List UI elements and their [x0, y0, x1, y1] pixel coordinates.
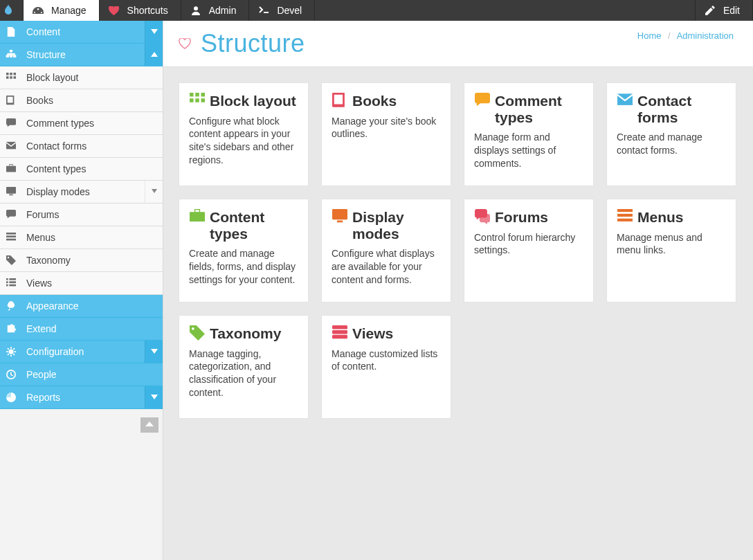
card-title: Block layout	[210, 93, 296, 109]
sidebar-subitem-block layout[interactable]: Block layout	[0, 66, 163, 89]
book-icon	[332, 93, 352, 108]
card-menus[interactable]: Menus Manage menus and menu links.	[606, 199, 736, 302]
toolbar-manage[interactable]: Manage	[24, 0, 100, 21]
card-forums[interactable]: Forums Control forum hierarchy settings.	[464, 199, 594, 302]
card-title: Forums	[495, 209, 548, 226]
comment-icon	[6, 210, 21, 219]
grid-icon	[189, 93, 210, 108]
heart-icon	[108, 6, 120, 15]
page-title: Structure	[201, 29, 305, 58]
display-icon	[332, 209, 352, 224]
sidebar-item-label: Contact forms	[26, 141, 87, 152]
bars-icon	[6, 233, 21, 242]
toolbar-shortcuts-label: Shortcuts	[127, 5, 168, 16]
card-content types[interactable]: Content types Create and manage fields, …	[179, 199, 309, 302]
admin-sidebar: Content Structure Block layout Books Com…	[0, 21, 163, 560]
card-description: Create and manage contact forms.	[617, 131, 726, 157]
sidebar-subitem-display modes[interactable]: Display modes	[0, 181, 163, 204]
sidebar-subitem-views[interactable]: Views	[0, 272, 163, 295]
toolbar-manage-label: Manage	[51, 5, 87, 16]
admin-toolbar: Manage Shortcuts Admin Devel Edit	[0, 0, 753, 21]
expand-toggle[interactable]	[145, 21, 163, 43]
card-description: Manage customized lists of content.	[332, 347, 441, 374]
book-icon	[6, 96, 21, 105]
sidebar-subitem-comment types[interactable]: Comment types	[0, 112, 163, 135]
card-taxonomy[interactable]: Taxonomy Manage tagging, categorization,…	[179, 315, 309, 419]
toolbar-edit[interactable]: Edit	[695, 0, 753, 21]
sidebar-item-appearance[interactable]: Appearance	[0, 295, 163, 318]
card-title: Content types	[210, 209, 298, 242]
card-title: Display modes	[352, 209, 441, 242]
sidebar-item-label: Content	[26, 26, 60, 37]
favorite-icon[interactable]	[179, 38, 191, 49]
user-icon	[190, 6, 202, 15]
scroll-to-top-button[interactable]	[140, 417, 158, 433]
sidebar-item-structure[interactable]: Structure	[0, 44, 163, 66]
structure-cards: Block layout Configure what block conten…	[163, 67, 753, 434]
tag-icon	[6, 255, 21, 265]
sidebar-item-label: Menus	[26, 232, 55, 243]
expand-toggle[interactable]	[145, 44, 163, 66]
sidebar-item-reports[interactable]: Reports	[0, 386, 163, 409]
card-views[interactable]: Views Manage customized lists of content…	[321, 315, 451, 419]
sidebar-item-extend[interactable]: Extend	[0, 318, 163, 341]
card-comment types[interactable]: Comment types Manage form and displays s…	[464, 82, 594, 186]
toolbar-spacer	[315, 0, 695, 21]
file-icon	[6, 27, 21, 37]
card-description: Configure what block content appears in …	[189, 115, 298, 168]
card-description: Manage menus and menu links.	[617, 231, 726, 258]
sidebar-item-label: Appearance	[26, 300, 79, 311]
rocket-icon	[6, 301, 21, 311]
sidebar-item-label: People	[26, 369, 57, 380]
sidebar-subitem-books[interactable]: Books	[0, 89, 163, 112]
expand-toggle[interactable]	[145, 386, 163, 408]
expand-toggle[interactable]	[145, 341, 163, 363]
sidebar-subitem-menus[interactable]: Menus	[0, 226, 163, 249]
toolbar-admin[interactable]: Admin	[181, 0, 250, 21]
sidebar-subitem-content types[interactable]: Content types	[0, 158, 163, 181]
sidebar-item-configuration[interactable]: Configuration	[0, 341, 163, 363]
pencil-icon	[704, 6, 716, 15]
sidebar-item-label: Extend	[26, 323, 57, 334]
card-description: Configure what displays are available fo…	[332, 247, 441, 287]
grid-icon	[6, 73, 21, 82]
sitemap-icon	[6, 50, 21, 60]
sidebar-item-label: Configuration	[26, 346, 84, 357]
breadcrumb-home[interactable]: Home	[637, 30, 662, 41]
envelope-icon	[6, 141, 21, 151]
page-header: Structure	[163, 21, 753, 67]
main-content: Home / Administration Structure Block la…	[163, 21, 753, 560]
card-books[interactable]: Books Manage your site's book outlines.	[321, 82, 451, 186]
sidebar-item-label: Books	[26, 95, 53, 106]
breadcrumb-admin[interactable]: Administration	[677, 30, 734, 41]
comment-icon	[474, 93, 495, 108]
tag-icon	[189, 325, 210, 341]
sidebar-subitem-forums[interactable]: Forums	[0, 204, 163, 226]
drupal-icon	[2, 4, 15, 17]
expand-toggle[interactable]	[145, 181, 163, 203]
card-title: Taxonomy	[210, 325, 281, 342]
pie-icon	[6, 392, 21, 402]
toolbar-devel[interactable]: Devel	[249, 0, 315, 21]
toolbar-shortcuts[interactable]: Shortcuts	[100, 0, 181, 21]
sidebar-item-label: Reports	[26, 392, 60, 403]
toolbar-drupal-home[interactable]	[0, 0, 24, 21]
sidebar-item-label: Taxonomy	[26, 255, 71, 266]
sidebar-subitem-contact forms[interactable]: Contact forms	[0, 135, 163, 158]
card-title: Comment types	[495, 93, 583, 125]
sidebar-subitem-taxonomy[interactable]: Taxonomy	[0, 249, 163, 272]
comments-icon	[474, 209, 495, 224]
svg-point-0	[194, 6, 198, 10]
display-icon	[6, 187, 21, 197]
sidebar-item-people[interactable]: People	[0, 363, 163, 386]
toolbar-edit-label: Edit	[723, 5, 740, 16]
sidebar-item-label: Block layout	[26, 72, 78, 83]
card-display modes[interactable]: Display modes Configure what displays ar…	[321, 199, 451, 302]
toolbar-admin-label: Admin	[209, 5, 237, 16]
terminal-icon	[257, 6, 270, 15]
briefcase-icon	[189, 209, 210, 224]
card-block layout[interactable]: Block layout Configure what block conten…	[179, 82, 309, 186]
card-contact forms[interactable]: Contact forms Create and manage contact …	[606, 82, 736, 186]
clock-icon	[6, 370, 21, 379]
sidebar-item-content[interactable]: Content	[0, 21, 163, 44]
